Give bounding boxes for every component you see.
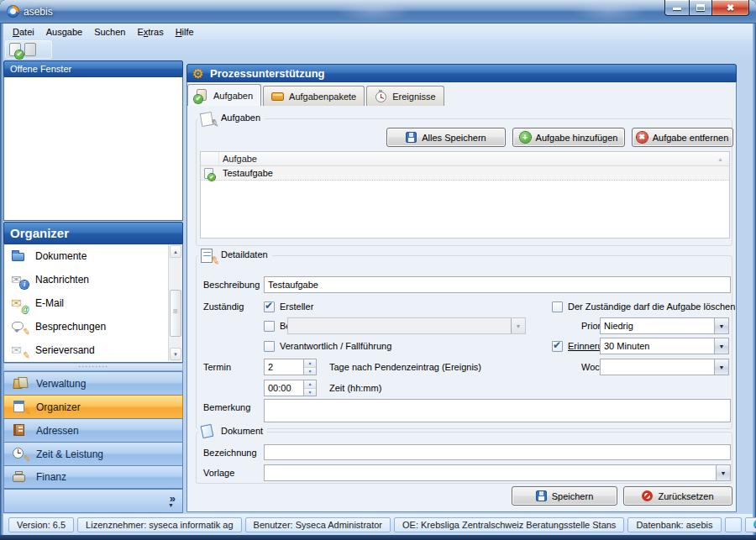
dropdown-arrow-icon[interactable]: ▼ [714, 359, 728, 375]
maximize-button[interactable] [689, 0, 711, 16]
remove-task-button[interactable]: ✖ Aufgabe entfernen [632, 128, 733, 147]
dropdown-arrow-icon[interactable]: ▼ [714, 318, 728, 333]
bemerkung-textarea[interactable] [264, 399, 731, 422]
minimize-button[interactable] [664, 0, 689, 16]
table-header[interactable]: Aufgabe ▲ [201, 152, 729, 166]
status-oe: OE: Krebsliga Zentralschweiz Beratungsst… [394, 517, 624, 532]
vorlage-combobox[interactable]: ▼ [264, 464, 731, 481]
task-icon: ✔ [204, 168, 213, 179]
printer-icon [12, 470, 29, 485]
menu-hilfe[interactable]: Hilfe [170, 25, 200, 39]
app-icon [7, 5, 19, 18]
sidebar-overflow-bar[interactable]: » ▼ [3, 489, 183, 513]
tab-strip: ✔ Aufgaben Aufgabenpakete Ereignisse [187, 84, 446, 106]
maximize-icon [696, 4, 705, 11]
wochentag-combobox[interactable]: ▼ [600, 359, 729, 375]
application-window: asebis ✖ Datei Ausgabe Suchen Extras Hil… [0, 0, 756, 540]
document-group: Dokument Bezeichnung Vorlage ▼ [196, 432, 732, 484]
bezeichnung-input[interactable] [264, 444, 731, 460]
statusbar: Version: 6.5 Lizenznehmer: syseca inform… [3, 514, 753, 535]
spin-up-icon[interactable]: ▲ [304, 380, 316, 389]
scroll-down-icon[interactable]: ▼ [170, 348, 181, 360]
reset-button[interactable]: Zurücksetzen [623, 486, 732, 506]
erinnerung-combobox[interactable]: 30 Minuten ▼ [600, 338, 729, 354]
sidebar-section-organizer[interactable]: ✎ Organizer [3, 395, 183, 418]
address-book-icon [12, 423, 29, 438]
stopwatch-icon [375, 90, 388, 102]
page-toolbar-icon[interactable] [24, 43, 36, 56]
check-badge-icon: ✔ [15, 50, 24, 59]
sidebar-item-nachrichten[interactable]: ✉i Nachrichten [4, 268, 182, 291]
spinner-buttons[interactable]: ▲▼ [304, 359, 317, 375]
termin-tage-spinner[interactable]: ▲▼ [264, 359, 317, 375]
termin-tage-input[interactable] [264, 359, 304, 375]
tab-aufgabenpakete[interactable]: Aufgabenpakete [263, 86, 365, 106]
details-group-title: Detaildaten [217, 249, 272, 261]
section-label: Verwaltung [36, 378, 86, 390]
loeschen-checkbox[interactable]: Der Zuständige darf die Aufgabe löschen [552, 298, 735, 315]
sort-ascending-icon[interactable]: ▲ [717, 156, 723, 162]
spin-up-icon[interactable]: ▲ [304, 359, 316, 368]
bemerkung-label: Bemerkung [203, 399, 250, 416]
prioritaet-combobox[interactable]: Niedrig ▼ [600, 317, 729, 334]
termin-zeit-spinner[interactable]: ▲▼ [264, 380, 317, 396]
tab-label: Ereignisse [392, 92, 435, 102]
tab-aufgaben[interactable]: ✔ Aufgaben [187, 84, 261, 106]
sidebar-item-email[interactable]: ✉@ E-Mail [4, 291, 182, 315]
window-border-right [753, 24, 756, 540]
chevron-down-icon[interactable]: ▼ [168, 502, 174, 508]
document-group-title: Dokument [217, 425, 267, 438]
verantwortlich-checkbox[interactable]: Verantwortlich / Fallführung [264, 338, 391, 354]
sidebar-section-adressen[interactable]: Adressen [3, 418, 183, 442]
spin-down-icon[interactable]: ▼ [304, 389, 316, 396]
scroll-up-icon[interactable]: ▲ [170, 245, 181, 258]
spinner-buttons[interactable]: ▲▼ [304, 380, 317, 396]
menu-datei[interactable]: Datei [7, 25, 40, 39]
sidebar-item-serieversand[interactable]: ✉✎ Serieversand [4, 338, 182, 362]
menu-suchen[interactable]: Suchen [88, 25, 131, 39]
save-button[interactable]: Speichern [512, 486, 617, 506]
menu-extras[interactable]: Extras [131, 25, 169, 39]
dropdown-arrow-icon[interactable]: ▼ [716, 465, 730, 480]
task-row-label: Testaufgabe [223, 168, 273, 178]
zustaendig-label: Zuständig [203, 298, 244, 315]
sidebar-item-label: E-Mail [35, 297, 64, 309]
menu-ausgabe[interactable]: Ausgabe [40, 25, 88, 39]
dropdown-arrow-icon[interactable]: ▼ [714, 338, 728, 354]
icon-column-header [201, 152, 219, 165]
meeting-icon: ✎ [11, 320, 28, 334]
page-title: Prozessunterstützung [210, 67, 325, 80]
titlebar[interactable]: asebis ✖ [0, 0, 756, 24]
termin-zeit-input[interactable] [264, 380, 304, 396]
sidebar-section-verwaltung[interactable]: Verwaltung [3, 371, 183, 395]
package-icon [271, 90, 285, 102]
sidebar-item-dokumente[interactable]: Dokumente [4, 244, 182, 268]
open-windows-list[interactable] [3, 77, 183, 221]
sidebar-section-finanz[interactable]: Finanz [3, 465, 183, 489]
wochentag-value [601, 359, 714, 375]
termin-tage-hint: Tage nach Pendenzeintrag (Ereignis) [329, 359, 481, 375]
sidebar-group-header: Organizer [3, 222, 183, 244]
note-pencil-icon: ✎ [198, 109, 218, 129]
scrollbar-thumb[interactable] [170, 290, 181, 337]
sidebar-item-besprechungen[interactable]: ✎ Besprechungen [4, 315, 182, 338]
column-header-aufgabe: Aufgabe [223, 154, 257, 164]
sidebar-section-zeit-leistung[interactable]: ✎ Zeit & Leistung [3, 442, 183, 465]
tab-ereignisse[interactable]: Ereignisse [366, 86, 444, 106]
reset-label: Zurücksetzen [658, 491, 713, 501]
window-title: asebis [24, 6, 53, 18]
beschreibung-input[interactable] [264, 276, 731, 293]
task-check-toolbar-icon[interactable]: ✔ [9, 43, 21, 56]
ersteller-checkbox[interactable]: Ersteller [264, 298, 313, 315]
close-button[interactable]: ✖ [711, 0, 749, 16]
save-all-button[interactable]: Alles Speichern [386, 128, 506, 147]
main-header: ⚙ Prozessunterstützung [186, 64, 737, 82]
table-row[interactable]: ✔ Testaufgabe [201, 166, 729, 181]
status-empty-segment [725, 517, 742, 532]
sidebar-splitter[interactable]: ········· [3, 363, 183, 371]
add-task-button[interactable]: + Aufgabe hinzufügen [512, 128, 625, 147]
spin-down-icon[interactable]: ▼ [304, 368, 316, 375]
status-datenbank: Datenbank: asebis [627, 517, 721, 532]
gear-icon: ⚙ [192, 66, 203, 81]
sidebar-scrollbar[interactable]: ▲ ▼ [168, 244, 182, 361]
